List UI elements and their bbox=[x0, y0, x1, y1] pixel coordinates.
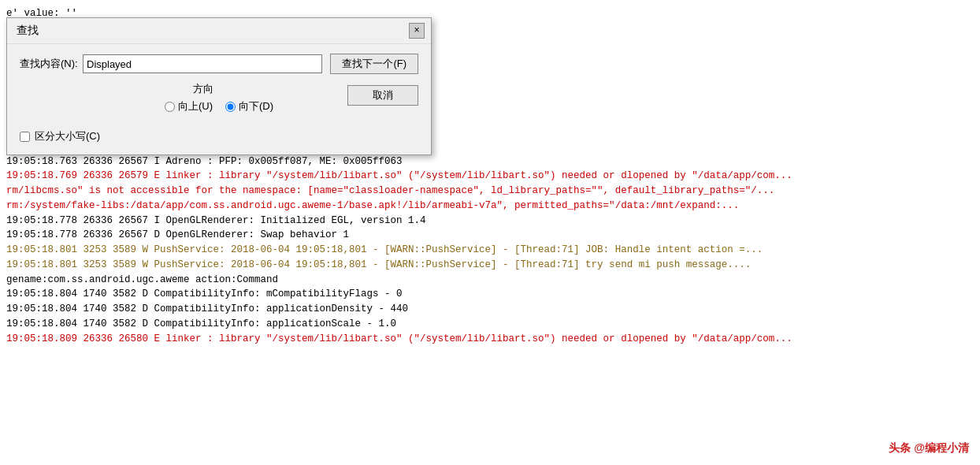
radio-up-label[interactable]: 向上(U) bbox=[165, 99, 213, 113]
find-dialog: 查找 × 查找内容(N): 查找下一个(F) 方向 向上(U) bbox=[6, 17, 432, 155]
search-row: 查找内容(N): 查找下一个(F) bbox=[20, 54, 418, 74]
radio-down-input[interactable] bbox=[225, 102, 236, 112]
dialog-title: 查找 bbox=[17, 24, 39, 38]
log-line: gename:com.ss.android.ugc.aweme action:C… bbox=[6, 273, 974, 288]
log-line: 19:05:18.801 3253 3589 W PushService: 20… bbox=[6, 258, 974, 273]
cancel-button[interactable]: 取消 bbox=[347, 85, 418, 106]
radio-group: 向上(U) 向下(D) bbox=[165, 99, 273, 113]
log-line: 19:05:18.778 26336 26567 I OpenGLRendere… bbox=[6, 214, 974, 229]
log-line: rm:/system/fake-libs:/data/app/com.ss.an… bbox=[6, 199, 974, 214]
search-label: 查找内容(N): bbox=[20, 57, 83, 71]
radio-up-text: 向上(U) bbox=[178, 99, 213, 113]
watermark: 头条 @编程小清 bbox=[889, 441, 969, 456]
log-line: 19:05:18.804 1740 3582 D CompatibilityIn… bbox=[6, 317, 974, 332]
find-next-button[interactable]: 查找下一个(F) bbox=[330, 54, 418, 74]
radio-down-label[interactable]: 向下(D) bbox=[225, 99, 273, 113]
radio-up-input[interactable] bbox=[165, 102, 175, 112]
radio-down-text: 向下(D) bbox=[239, 99, 273, 113]
log-line: 19:05:18.778 26336 26567 D OpenGLRendere… bbox=[6, 228, 974, 243]
case-sensitive-label: 区分大小写(C) bbox=[35, 129, 100, 143]
log-line: 19:05:18.804 1740 3582 D CompatibilityIn… bbox=[6, 287, 974, 302]
log-line: 19:05:18.809 26336 26580 E linker : libr… bbox=[6, 332, 974, 347]
log-line: rm/libcms.so" is not accessible for the … bbox=[6, 184, 974, 199]
dialog-close-button[interactable]: × bbox=[409, 23, 425, 39]
dialog-titlebar: 查找 × bbox=[7, 18, 431, 44]
dialog-body: 查找内容(N): 查找下一个(F) 方向 向上(U) 向下(D) bbox=[7, 44, 431, 154]
log-line: 19:05:18.801 3253 3589 W PushService: 20… bbox=[6, 243, 974, 258]
case-sensitive-row: 区分大小写(C) bbox=[20, 129, 418, 143]
case-sensitive-checkbox[interactable] bbox=[20, 132, 30, 142]
direction-label: 方向 bbox=[193, 82, 213, 96]
log-line: 19:05:18.763 26336 26567 I Adreno : PFP:… bbox=[6, 154, 974, 169]
search-input[interactable] bbox=[83, 54, 322, 73]
log-line: 19:05:18.804 1740 3582 D CompatibilityIn… bbox=[6, 302, 974, 317]
log-line: 19:05:18.769 26336 26579 E linker : libr… bbox=[6, 169, 974, 184]
